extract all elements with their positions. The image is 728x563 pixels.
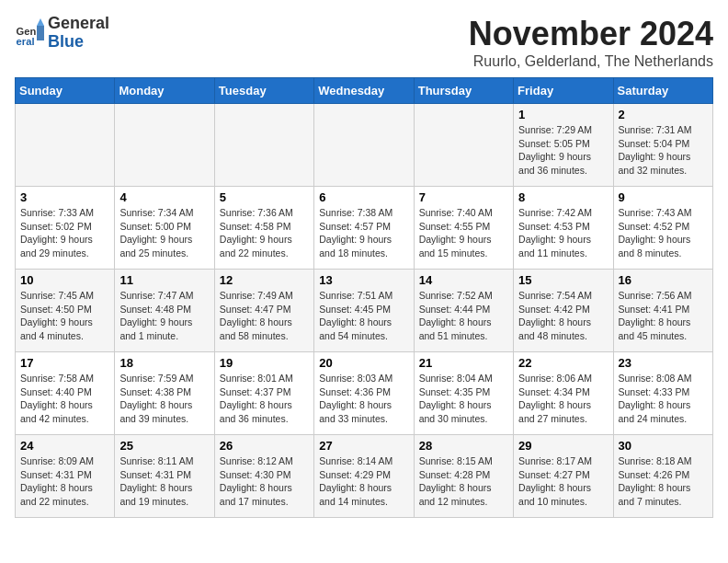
day-detail: Sunrise: 7:45 AM Sunset: 4:50 PM Dayligh…: [20, 289, 109, 343]
calendar-cell: 17Sunrise: 7:58 AM Sunset: 4:40 PM Dayli…: [16, 352, 115, 435]
subtitle: Ruurlo, Gelderland, The Netherlands: [469, 53, 713, 70]
day-detail: Sunrise: 7:54 AM Sunset: 4:42 PM Dayligh…: [518, 289, 608, 343]
day-detail: Sunrise: 7:36 AM Sunset: 4:58 PM Dayligh…: [220, 206, 309, 260]
day-number: 18: [119, 356, 209, 370]
day-number: 11: [119, 273, 209, 287]
day-number: 6: [319, 190, 408, 204]
calendar-week-row: 1Sunrise: 7:29 AM Sunset: 5:05 PM Daylig…: [16, 104, 713, 187]
day-detail: Sunrise: 8:17 AM Sunset: 4:27 PM Dayligh…: [518, 454, 608, 509]
day-detail: Sunrise: 8:18 AM Sunset: 4:26 PM Dayligh…: [619, 454, 708, 509]
day-detail: Sunrise: 7:49 AM Sunset: 4:47 PM Dayligh…: [220, 289, 309, 343]
day-detail: Sunrise: 8:14 AM Sunset: 4:29 PM Dayligh…: [319, 454, 408, 509]
calendar-cell: 9Sunrise: 7:43 AM Sunset: 4:52 PM Daylig…: [613, 187, 712, 270]
day-number: 4: [119, 190, 209, 204]
day-detail: Sunrise: 8:15 AM Sunset: 4:28 PM Dayligh…: [419, 454, 508, 509]
calendar-cell: 26Sunrise: 8:12 AM Sunset: 4:30 PM Dayli…: [214, 435, 313, 518]
calendar-cell: 22Sunrise: 8:06 AM Sunset: 4:34 PM Dayli…: [514, 352, 613, 435]
calendar-cell: 28Sunrise: 8:15 AM Sunset: 4:28 PM Dayli…: [414, 435, 513, 518]
calendar-cell: 23Sunrise: 8:08 AM Sunset: 4:33 PM Dayli…: [613, 352, 712, 435]
calendar-cell: 30Sunrise: 8:18 AM Sunset: 4:26 PM Dayli…: [613, 435, 712, 518]
calendar-header-row: SundayMondayTuesdayWednesdayThursdayFrid…: [16, 78, 713, 104]
calendar-cell: [414, 104, 513, 187]
day-detail: Sunrise: 7:29 AM Sunset: 5:05 PM Dayligh…: [518, 123, 608, 178]
calendar-cell: 11Sunrise: 7:47 AM Sunset: 4:48 PM Dayli…: [115, 270, 214, 352]
calendar-cell: 8Sunrise: 7:42 AM Sunset: 4:53 PM Daylig…: [514, 187, 613, 270]
calendar-cell: 19Sunrise: 8:01 AM Sunset: 4:37 PM Dayli…: [214, 352, 313, 435]
day-number: 9: [619, 190, 708, 204]
calendar-cell: 4Sunrise: 7:34 AM Sunset: 5:00 PM Daylig…: [115, 187, 214, 270]
day-number: 2: [619, 108, 708, 121]
day-detail: Sunrise: 7:33 AM Sunset: 5:02 PM Dayligh…: [20, 206, 109, 260]
day-number: 27: [319, 439, 408, 453]
calendar-cell: 21Sunrise: 8:04 AM Sunset: 4:35 PM Dayli…: [414, 352, 513, 435]
calendar-cell: 2Sunrise: 7:31 AM Sunset: 5:04 PM Daylig…: [613, 104, 712, 187]
day-number: 17: [20, 356, 109, 370]
svg-marker-2: [37, 26, 44, 40]
day-detail: Sunrise: 7:31 AM Sunset: 5:04 PM Dayligh…: [619, 123, 708, 178]
day-number: 3: [20, 190, 109, 204]
day-of-week-header: Wednesday: [314, 78, 414, 104]
day-detail: Sunrise: 7:34 AM Sunset: 5:00 PM Dayligh…: [119, 206, 209, 260]
calendar-table: SundayMondayTuesdayWednesdayThursdayFrid…: [15, 77, 713, 518]
day-number: 16: [619, 273, 708, 287]
day-detail: Sunrise: 7:59 AM Sunset: 4:38 PM Dayligh…: [119, 372, 209, 426]
calendar-cell: 6Sunrise: 7:38 AM Sunset: 4:57 PM Daylig…: [314, 187, 414, 270]
day-number: 1: [518, 108, 608, 121]
day-number: 28: [419, 439, 508, 453]
day-number: 10: [20, 273, 109, 287]
title-area: November 2024 Ruurlo, Gelderland, The Ne…: [469, 15, 713, 70]
day-of-week-header: Monday: [115, 78, 214, 104]
day-number: 19: [220, 356, 309, 370]
day-detail: Sunrise: 7:47 AM Sunset: 4:48 PM Dayligh…: [119, 289, 209, 343]
day-detail: Sunrise: 8:01 AM Sunset: 4:37 PM Dayligh…: [220, 372, 309, 426]
day-detail: Sunrise: 7:40 AM Sunset: 4:55 PM Dayligh…: [419, 206, 508, 260]
day-number: 7: [419, 190, 508, 204]
calendar-week-row: 10Sunrise: 7:45 AM Sunset: 4:50 PM Dayli…: [16, 270, 713, 352]
day-of-week-header: Saturday: [613, 78, 712, 104]
day-detail: Sunrise: 7:58 AM Sunset: 4:40 PM Dayligh…: [20, 372, 109, 426]
day-number: 25: [119, 439, 209, 453]
day-detail: Sunrise: 7:43 AM Sunset: 4:52 PM Dayligh…: [619, 206, 708, 260]
calendar-week-row: 24Sunrise: 8:09 AM Sunset: 4:31 PM Dayli…: [16, 435, 713, 518]
calendar-cell: [16, 104, 115, 187]
calendar-cell: 16Sunrise: 7:56 AM Sunset: 4:41 PM Dayli…: [613, 270, 712, 352]
calendar-week-row: 17Sunrise: 7:58 AM Sunset: 4:40 PM Dayli…: [16, 352, 713, 435]
calendar-cell: 20Sunrise: 8:03 AM Sunset: 4:36 PM Dayli…: [314, 352, 414, 435]
day-detail: Sunrise: 7:42 AM Sunset: 4:53 PM Dayligh…: [518, 206, 608, 260]
day-of-week-header: Thursday: [414, 78, 513, 104]
day-number: 13: [319, 273, 408, 287]
calendar-cell: [115, 104, 214, 187]
calendar-cell: 13Sunrise: 7:51 AM Sunset: 4:45 PM Dayli…: [314, 270, 414, 352]
day-detail: Sunrise: 8:06 AM Sunset: 4:34 PM Dayligh…: [518, 372, 608, 426]
calendar-cell: 3Sunrise: 7:33 AM Sunset: 5:02 PM Daylig…: [16, 187, 115, 270]
day-detail: Sunrise: 8:12 AM Sunset: 4:30 PM Dayligh…: [220, 454, 309, 509]
calendar-cell: 1Sunrise: 7:29 AM Sunset: 5:05 PM Daylig…: [514, 104, 613, 187]
day-detail: Sunrise: 8:11 AM Sunset: 4:31 PM Dayligh…: [119, 454, 209, 509]
day-detail: Sunrise: 7:51 AM Sunset: 4:45 PM Dayligh…: [319, 289, 408, 343]
calendar-cell: 7Sunrise: 7:40 AM Sunset: 4:55 PM Daylig…: [414, 187, 513, 270]
day-detail: Sunrise: 7:52 AM Sunset: 4:44 PM Dayligh…: [419, 289, 508, 343]
calendar-cell: 10Sunrise: 7:45 AM Sunset: 4:50 PM Dayli…: [16, 270, 115, 352]
day-number: 26: [220, 439, 309, 453]
svg-text:Gen: Gen: [17, 25, 37, 36]
calendar-cell: [214, 104, 313, 187]
logo-icon: Gen eral: [15, 18, 44, 48]
calendar-body: 1Sunrise: 7:29 AM Sunset: 5:05 PM Daylig…: [16, 104, 713, 518]
calendar-cell: 14Sunrise: 7:52 AM Sunset: 4:44 PM Dayli…: [414, 270, 513, 352]
calendar-week-row: 3Sunrise: 7:33 AM Sunset: 5:02 PM Daylig…: [16, 187, 713, 270]
day-number: 12: [220, 273, 309, 287]
day-number: 5: [220, 190, 309, 204]
day-detail: Sunrise: 8:09 AM Sunset: 4:31 PM Dayligh…: [20, 454, 109, 509]
day-number: 24: [20, 439, 109, 453]
day-detail: Sunrise: 7:56 AM Sunset: 4:41 PM Dayligh…: [619, 289, 708, 343]
day-number: 14: [419, 273, 508, 287]
svg-marker-3: [37, 18, 44, 26]
day-number: 30: [619, 439, 708, 453]
calendar-cell: [314, 104, 414, 187]
calendar-cell: 18Sunrise: 7:59 AM Sunset: 4:38 PM Dayli…: [115, 352, 214, 435]
day-of-week-header: Tuesday: [214, 78, 313, 104]
day-number: 8: [518, 190, 608, 204]
calendar-cell: 27Sunrise: 8:14 AM Sunset: 4:29 PM Dayli…: [314, 435, 414, 518]
day-detail: Sunrise: 7:38 AM Sunset: 4:57 PM Dayligh…: [319, 206, 408, 260]
logo: Gen eral General Blue: [15, 15, 109, 52]
